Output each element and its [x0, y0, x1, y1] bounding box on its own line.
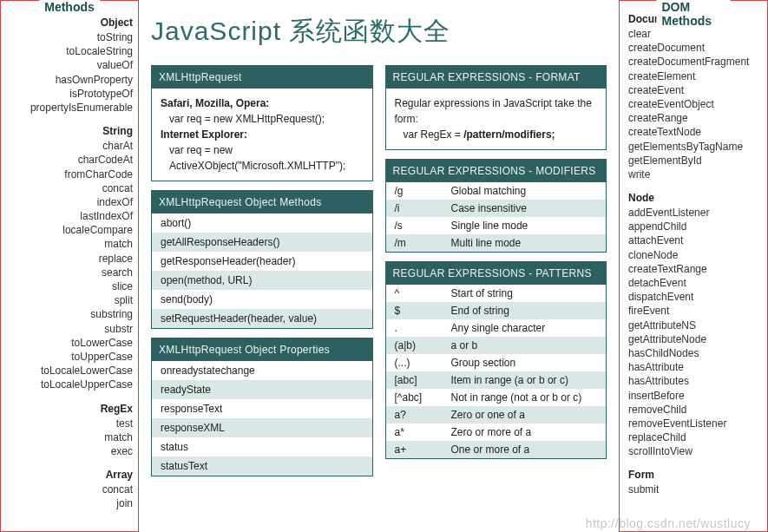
left-item: substr [6, 322, 133, 336]
list-row: open(method, URL) [152, 271, 372, 290]
main-content: JavaScript 系统函数大全 XMLHttpRequest Safari,… [139, 0, 619, 532]
right-item: hasChildNodes [628, 346, 760, 360]
left-item: toUpperCase [6, 350, 133, 364]
dom-methods-sidebar-title: DOM Methods [657, 0, 731, 28]
pair-row: ^Start of string [386, 285, 607, 302]
right-item: createDocument [628, 41, 760, 55]
left-item: substring [6, 307, 133, 321]
columns: XMLHttpRequest Safari, Mozilla, Opera: v… [151, 65, 607, 476]
right-item: getAttributeNS [628, 319, 760, 332]
panel-re-format: REGULAR EXPRESSIONS - FORMAT Regular exp… [385, 65, 607, 150]
right-item: detachEvent [628, 276, 760, 290]
pair-key: . [395, 322, 451, 334]
left-group-title: Object [6, 16, 133, 29]
column-right: REGULAR EXPRESSIONS - FORMAT Regular exp… [385, 65, 607, 476]
pair-key: /g [395, 185, 451, 197]
pair-key: (...) [395, 357, 451, 369]
panel-xhr-props: XMLHttpRequest Object Properties onready… [151, 338, 373, 476]
left-item: join [6, 496, 133, 510]
page: Methods ObjecttoStringtoLocaleStringvalu… [0, 0, 768, 532]
left-item: match [6, 237, 133, 251]
left-item: localeCompare [6, 223, 133, 237]
panel-header: REGULAR EXPRESSIONS - MODIFIERS [386, 160, 607, 182]
list-row: responseXML [152, 418, 372, 437]
left-item: match [6, 430, 133, 444]
list-row: setRequestHeader(header, value) [152, 309, 372, 328]
xhr-ie-code-line1: var req = new [161, 142, 364, 158]
pair-key: /m [395, 237, 451, 249]
re-format-line2b: /pattern/modifiers; [463, 128, 555, 141]
panel-header: REGULAR EXPRESSIONS - PATTERNS [386, 262, 607, 285]
left-item: test [6, 417, 133, 430]
right-item: createDocumentFragment [628, 55, 760, 69]
pair-value: Zero or one of a [451, 409, 525, 421]
right-item: submit [628, 483, 760, 496]
panel-xhr-intro: XMLHttpRequest Safari, Mozilla, Opera: v… [151, 65, 373, 181]
right-item: hasAttribute [628, 360, 760, 374]
panel-body: Safari, Mozilla, Opera: var req = new XM… [152, 89, 372, 181]
left-item: toLocaleUpperCase [6, 378, 133, 391]
panel-body: /gGlobal matching/iCase insensitive/sSin… [386, 182, 607, 252]
panel-body: onreadystatechangereadyStateresponseText… [152, 361, 372, 476]
left-item: search [6, 266, 133, 279]
pair-key: a? [395, 409, 451, 421]
right-item: fireEvent [628, 304, 760, 318]
right-item: createTextNode [628, 125, 760, 139]
pair-row: (a|b)a or b [386, 337, 607, 354]
right-item: createEventObject [628, 97, 760, 111]
list-row: statusText [152, 456, 372, 476]
left-item: charCodeAt [6, 153, 133, 167]
right-item: getElementsByTagName [628, 140, 760, 154]
left-item: slice [6, 279, 133, 293]
pair-value: Item in range (a or b or c) [451, 374, 568, 386]
pair-value: Case insensitive [451, 202, 527, 214]
list-row: responseText [152, 399, 372, 418]
right-item: createEvent [628, 83, 760, 97]
right-item: attachEvent [628, 233, 760, 247]
left-item: toLowerCase [6, 336, 133, 350]
panel-body: ^Start of string$End of string.Any singl… [386, 285, 607, 458]
methods-sidebar-title: Methods [39, 0, 100, 14]
left-group-title: RegEx [6, 403, 133, 415]
left-item: lastIndexOf [6, 209, 133, 223]
pair-row: .Any single character [386, 319, 607, 337]
panel-header: REGULAR EXPRESSIONS - FORMAT [386, 66, 607, 89]
pair-key: a* [395, 426, 451, 438]
left-item: exec [6, 444, 133, 458]
right-item: createTextRange [628, 262, 760, 276]
pair-row: a+One or more of a [386, 441, 607, 458]
panel-header: XMLHttpRequest Object Properties [152, 338, 372, 361]
pair-key: ^ [395, 287, 451, 299]
pair-row: /mMulti line mode [386, 234, 607, 252]
left-item: hasOwnProperty [6, 73, 133, 87]
list-row: abort() [152, 213, 372, 233]
left-item: split [6, 293, 133, 307]
right-item: cloneNode [628, 248, 760, 262]
dom-methods-sidebar: DOM Methods DocumentclearcreateDocumentc… [619, 0, 768, 532]
panel-body: Regular expressions in JavaScript take t… [386, 89, 607, 149]
pair-key: (a|b) [395, 339, 451, 351]
pair-value: Start of string [451, 287, 513, 299]
pair-key: $ [395, 305, 451, 317]
left-item: fromCharCode [6, 167, 133, 181]
left-item: isPrototypeOf [6, 87, 133, 101]
pair-key: /i [395, 202, 451, 214]
right-item: clear [628, 27, 760, 41]
pair-row: /gGlobal matching [386, 182, 607, 200]
page-title: JavaScript 系统函数大全 [151, 14, 607, 49]
right-item: removeChild [628, 403, 760, 417]
pair-row: /sSingle line mode [386, 217, 607, 234]
left-item: toLocaleLowerCase [6, 364, 133, 378]
xhr-ie-label: Internet Explorer: [161, 128, 247, 141]
left-item: toString [6, 30, 133, 44]
pair-value: Not in range (not a or b or c) [451, 391, 582, 404]
right-item: hasAttributes [628, 374, 760, 388]
left-item: valueOf [6, 58, 133, 72]
panel-xhr-methods: XMLHttpRequest Object Methods abort()get… [151, 190, 373, 329]
methods-sidebar: Methods ObjecttoStringtoLocaleStringvalu… [0, 0, 139, 532]
left-group-title: String [6, 125, 133, 137]
list-row: readyState [152, 380, 372, 399]
xhr-safari-code: var req = new XMLHttpRequest(); [161, 111, 364, 127]
pair-value: Single line mode [451, 220, 528, 232]
right-group-title: Node [628, 192, 760, 204]
